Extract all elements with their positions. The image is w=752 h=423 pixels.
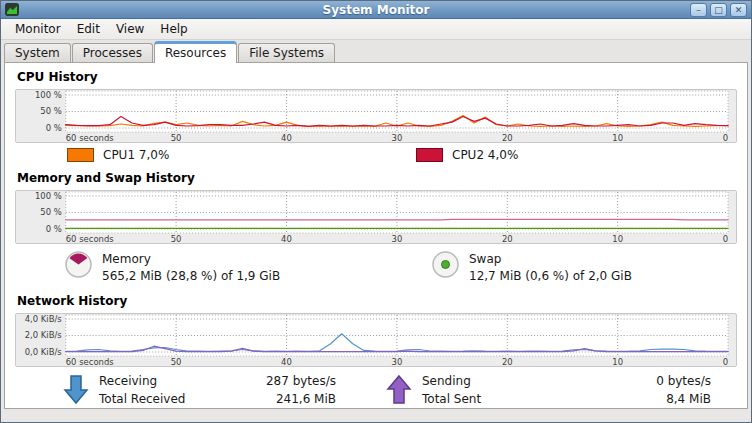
tab-system[interactable]: System: [4, 43, 71, 62]
svg-text:20: 20: [502, 357, 513, 366]
svg-text:10: 10: [612, 234, 623, 243]
cpu2-legend-item: CPU2 4,0%: [416, 148, 737, 162]
close-button[interactable]: ✕: [730, 3, 747, 17]
svg-text:50: 50: [171, 133, 182, 142]
window-title: System Monitor: [1, 3, 751, 17]
menu-help[interactable]: Help: [152, 20, 195, 38]
memory-legend-item: Memory 565,2 MiB (28,8 %) of 1,9 GiB: [65, 251, 376, 285]
cpu-history-chart: 100 %50 %0 %60 seconds50403020100: [16, 90, 736, 142]
swap-value: 12,7 MiB (0,6 %) of 2,0 GiB: [469, 268, 632, 285]
sending-legend-item: Sending 0 bytes/s Total Sent 8,4 MiB: [386, 374, 711, 406]
svg-text:30: 30: [392, 133, 403, 142]
cpu2-color-swatch: [416, 148, 443, 162]
cpu1-label: CPU1 7,0%: [103, 148, 169, 162]
svg-text:60 seconds: 60 seconds: [66, 357, 114, 366]
svg-text:30: 30: [392, 234, 403, 243]
tab-bar: System Processes Resources File Systems: [1, 40, 751, 62]
cpu1-color-swatch: [67, 148, 94, 162]
cpu2-label: CPU2 4,0%: [452, 148, 518, 162]
total-sent-label: Total Sent: [422, 392, 656, 406]
svg-text:0: 0: [723, 234, 728, 243]
receiving-label: Receiving: [99, 374, 266, 388]
svg-text:100 %: 100 %: [35, 90, 62, 100]
svg-text:40: 40: [281, 133, 292, 142]
network-history-chart: 4,0 KiB/s2,0 KiB/s0,0 KiB/s60 seconds504…: [16, 314, 736, 366]
svg-text:40: 40: [281, 234, 292, 243]
svg-text:10: 10: [612, 357, 623, 366]
title-bar[interactable]: System Monitor – □ ✕: [1, 1, 751, 19]
memory-swap-chart: 100 %50 %0 %60 seconds50403020100: [16, 191, 736, 243]
memory-pie-icon: [65, 251, 92, 278]
swap-legend-item: Swap 12,7 MiB (0,6 %) of 2,0 GiB: [432, 251, 737, 285]
svg-text:50 %: 50 %: [40, 106, 61, 116]
total-received-label: Total Received: [99, 392, 266, 406]
svg-text:60 seconds: 60 seconds: [66, 133, 114, 142]
svg-text:50: 50: [171, 234, 182, 243]
menu-view[interactable]: View: [108, 20, 152, 38]
memory-swap-graph: 100 %50 %0 %60 seconds50403020100: [15, 190, 737, 244]
svg-text:0 %: 0 %: [46, 224, 62, 234]
svg-text:2,0 KiB/s: 2,0 KiB/s: [25, 330, 62, 340]
cpu-history-graph: 100 %50 %0 %60 seconds50403020100: [15, 89, 737, 143]
svg-text:60 seconds: 60 seconds: [66, 234, 114, 243]
memory-label: Memory: [102, 251, 280, 268]
svg-text:10: 10: [612, 133, 623, 142]
status-bar: [1, 409, 751, 422]
menu-monitor[interactable]: Monitor: [7, 20, 69, 38]
total-received-value: 241,6 MiB: [266, 392, 336, 406]
svg-text:20: 20: [502, 234, 513, 243]
svg-text:0 %: 0 %: [46, 123, 62, 133]
memory-value: 565,2 MiB (28,8 %) of 1,9 GiB: [102, 268, 280, 285]
maximize-button[interactable]: □: [710, 3, 727, 17]
svg-text:0: 0: [723, 133, 728, 142]
memory-swap-history-title: Memory and Swap History: [17, 171, 735, 185]
tab-file-systems[interactable]: File Systems: [238, 43, 335, 62]
menu-bar: Monitor Edit View Help: [1, 19, 751, 40]
swap-pie-icon: [432, 251, 459, 278]
network-history-graph: 4,0 KiB/s2,0 KiB/s0,0 KiB/s60 seconds504…: [15, 313, 737, 367]
network-legend: Receiving 287 bytes/s Total Received 241…: [15, 374, 737, 406]
receiving-legend-item: Receiving 287 bytes/s Total Received 241…: [63, 374, 336, 406]
sending-rate: 0 bytes/s: [656, 374, 711, 388]
svg-text:0,0 KiB/s: 0,0 KiB/s: [25, 347, 62, 357]
system-monitor-window: System Monitor – □ ✕ Monitor Edit View H…: [0, 0, 752, 423]
cpu1-legend-item: CPU1 7,0%: [67, 148, 376, 162]
cpu-legend: CPU1 7,0% CPU2 4,0%: [15, 148, 737, 162]
sending-up-arrow-icon: [386, 374, 412, 406]
swap-label: Swap: [469, 251, 632, 268]
menu-edit[interactable]: Edit: [69, 20, 108, 38]
svg-text:20: 20: [502, 133, 513, 142]
svg-text:0: 0: [723, 357, 728, 366]
tab-processes[interactable]: Processes: [72, 43, 153, 62]
svg-text:50: 50: [171, 357, 182, 366]
receiving-down-arrow-icon: [63, 374, 89, 406]
receiving-rate: 287 bytes/s: [266, 374, 336, 388]
minimize-button[interactable]: –: [690, 3, 707, 17]
sending-label: Sending: [422, 374, 656, 388]
svg-text:4,0 KiB/s: 4,0 KiB/s: [25, 314, 62, 324]
svg-text:100 %: 100 %: [35, 191, 62, 201]
svg-text:40: 40: [281, 357, 292, 366]
svg-text:30: 30: [392, 357, 403, 366]
memory-swap-legend: Memory 565,2 MiB (28,8 %) of 1,9 GiB Swa…: [15, 251, 737, 285]
svg-text:50 %: 50 %: [40, 207, 61, 217]
cpu-history-title: CPU History: [17, 70, 735, 84]
tab-resources[interactable]: Resources: [154, 41, 237, 63]
network-history-title: Network History: [17, 294, 735, 308]
resources-page: CPU History 100 %50 %0 %60 seconds504030…: [4, 62, 748, 409]
total-sent-value: 8,4 MiB: [656, 392, 711, 406]
